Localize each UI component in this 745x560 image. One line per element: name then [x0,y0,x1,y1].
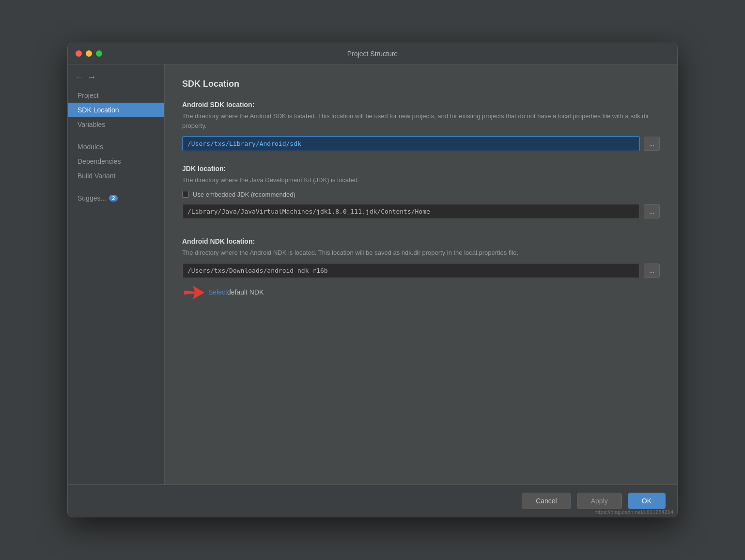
android-ndk-path-input[interactable] [182,263,640,278]
android-ndk-section: Android NDK location: The directory wher… [182,237,660,302]
sidebar-item-build-variant[interactable]: Build Variant [68,169,164,183]
android-sdk-description: The directory where the Android SDK is l… [182,111,660,130]
sidebar-item-sdk-location[interactable]: SDK Location [68,103,164,117]
title-bar: Project Structure [68,43,677,64]
footer: Cancel Apply OK https://blog.csdn.net/u0… [68,484,677,517]
android-sdk-path-input[interactable] [182,136,640,151]
android-ndk-title: Android NDK location: [182,237,660,245]
sidebar-gap-1 [68,132,164,140]
window-title: Project Structure [347,50,398,58]
back-arrow-icon[interactable]: ← [75,72,83,82]
main-content: SDK Location Android SDK location: The d… [165,64,677,484]
red-arrow-icon [182,284,206,301]
sidebar-item-suggestions[interactable]: Sugges... 2 [68,191,164,205]
sidebar-item-modules[interactable]: Modules [68,140,164,154]
maximize-button[interactable] [96,50,102,57]
android-sdk-browse-button[interactable]: ... [644,137,660,151]
jdk-embedded-checkbox[interactable] [182,191,189,198]
svg-marker-0 [184,286,204,299]
select-default-ndk-link[interactable]: Select [208,288,227,296]
sidebar: ← → Project SDK Location Variables Modul… [68,64,165,484]
sidebar-nav: ← → [68,69,164,85]
cancel-button[interactable]: Cancel [522,493,571,509]
android-sdk-section: Android SDK location: The directory wher… [182,101,660,151]
jdk-title: JDK location: [182,165,660,172]
suggestions-badge: 2 [109,195,118,202]
project-structure-window: Project Structure ← → Project SDK Locati… [67,43,678,517]
forward-arrow-icon[interactable]: → [87,72,96,82]
close-button[interactable] [76,50,82,57]
sidebar-item-project[interactable]: Project [68,88,164,103]
sidebar-gap-2 [68,183,164,191]
android-ndk-browse-button[interactable]: ... [644,264,660,278]
jdk-section: JDK location: The directory where the Ja… [182,165,660,219]
jdk-checkbox-row: Use embedded JDK (recommended) [182,191,660,198]
watermark-text: https://blog.csdn.net/u011254214 [594,509,673,515]
android-ndk-input-row: ... [182,263,660,278]
sidebar-item-dependencies[interactable]: Dependencies [68,154,164,169]
select-default-ndk-row: Select default NDK [182,283,660,301]
ok-button[interactable]: OK [628,493,666,509]
sidebar-item-variables[interactable]: Variables [68,117,164,132]
apply-button[interactable]: Apply [577,493,622,509]
android-ndk-description: The directory where the Android NDK is l… [182,248,660,258]
select-default-ndk-text: default NDK [227,288,264,296]
minimize-button[interactable] [86,50,92,57]
jdk-input-row: ... [182,204,660,219]
jdk-embedded-label: Use embedded JDK (recommended) [193,191,295,198]
jdk-browse-button[interactable]: ... [644,204,660,218]
android-sdk-input-row: ... [182,136,660,151]
jdk-description: The directory where the Java Development… [182,175,660,185]
page-title: SDK Location [182,79,660,89]
android-sdk-title: Android SDK location: [182,101,660,109]
window-controls [76,50,102,57]
content-area: ← → Project SDK Location Variables Modul… [68,64,677,484]
jdk-path-input[interactable] [182,204,640,219]
